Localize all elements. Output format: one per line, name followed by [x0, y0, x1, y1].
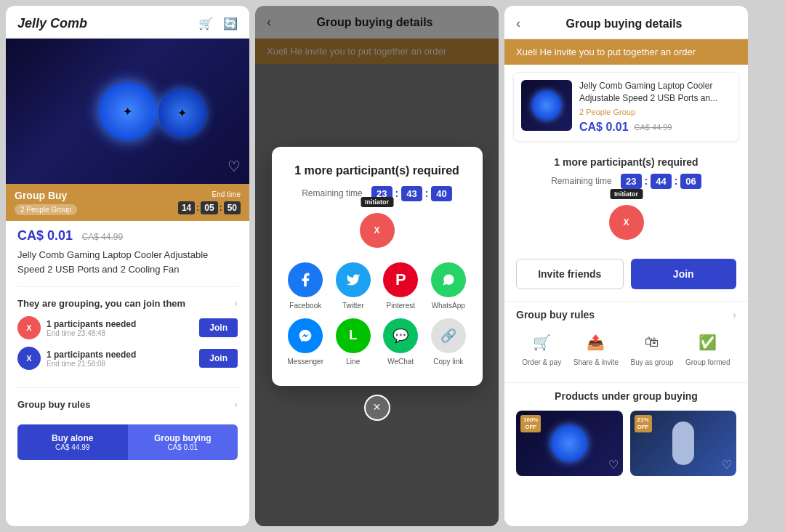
avatar-2: X [17, 347, 41, 370]
heart-icon[interactable]: ♡ [228, 158, 241, 175]
group-formed-label: Group formed [685, 358, 730, 366]
screen1-header-icons: 🛒 🔄 [198, 17, 238, 31]
facebook-label: Facebook [289, 302, 321, 310]
screen3-current-price: CA$ 0.01 [579, 121, 629, 134]
share-invite-icon: 📤 [583, 329, 609, 355]
rules-chevron[interactable]: › [234, 398, 238, 410]
screen1-price-section: CA$ 0.01 CA$ 44.99 [6, 221, 249, 248]
invite-friends-button[interactable]: Invite friends [516, 259, 624, 289]
share-item-wechat[interactable]: 💬 WeChat [382, 318, 421, 366]
modal-wrapper: 1 more participant(s) required Remaining… [272, 147, 483, 386]
participant-section: 1 more participant(s) required Remaining… [504, 149, 748, 259]
share-item-line[interactable]: L Line [334, 318, 373, 366]
screen3-initiator-row: Initiator X [516, 198, 736, 240]
screen1-group-bar: Group Buy 2 People Group End time 14 : 0… [6, 184, 249, 221]
group-item-2-endtime: End time 21:58:08 [47, 360, 193, 368]
modal-colon2: : [425, 188, 429, 199]
pinterest-icon: P [383, 262, 418, 297]
screen1-logo: Jelly Comb [17, 16, 87, 31]
off-badge-2: 21% OFF [635, 415, 652, 433]
share-grid: Facebook Twitter P Pinterest [286, 262, 468, 366]
screen1-header: Jelly Comb 🛒 🔄 [6, 6, 249, 39]
screen3-colon1: : [645, 175, 648, 187]
off-badge-1: 100% OFF [520, 415, 541, 433]
messenger-icon [288, 318, 323, 353]
facebook-icon [288, 262, 323, 297]
modal-colon1: : [395, 188, 399, 199]
screen3-old-price: CA$ 44.99 [635, 123, 672, 132]
heart-icon-2[interactable]: ♡ [722, 458, 732, 472]
rules-section: Group buy rules › [6, 391, 249, 417]
order-pay-icon: 🛒 [528, 329, 555, 355]
timer-sep1: : [196, 203, 199, 213]
pinterest-label: Pinterest [387, 302, 415, 310]
avatar-1: X [17, 316, 41, 339]
rule-share-invite: 📤 Share & invite [573, 329, 619, 366]
timer-hours: 14 [178, 201, 195, 214]
product-thumb-shape2 [672, 422, 694, 465]
screen3-timer-m: 44 [651, 174, 671, 189]
product-fan-mini [532, 91, 561, 120]
share-item-whatsapp[interactable]: WhatsApp [429, 262, 468, 310]
modal-close-button[interactable]: × [364, 395, 390, 421]
screen3-product-image [521, 80, 572, 131]
buy-as-group-label: Buy as group [631, 358, 674, 366]
grouping-chevron[interactable]: › [234, 297, 238, 309]
buy-group-button[interactable]: Group buying CA$ 0.01 [128, 424, 238, 460]
products-under-group-title: Products under group buying [516, 390, 736, 402]
join-group-button[interactable]: Join [631, 259, 737, 289]
cart-icon[interactable]: 🛒 [198, 17, 213, 31]
screen1-product-image: ✦ ✦ ♡ [6, 39, 249, 184]
refresh-icon[interactable]: 🔄 [223, 17, 238, 31]
rule-order-pay: 🛒 Order & pay [522, 329, 561, 366]
people-group-badge: 2 People Group [15, 204, 77, 215]
divider1 [17, 286, 238, 287]
twitter-icon [336, 262, 371, 297]
group-item-1-endtime: End time 23:48:48 [47, 329, 193, 337]
share-item-facebook[interactable]: Facebook [286, 262, 326, 310]
screen1-product-title: Jelly Comb Gaming Laptop Cooler Adjustab… [6, 248, 249, 283]
share-item-pinterest[interactable]: P Pinterest [382, 262, 421, 310]
screen3-back-icon[interactable]: ‹ [516, 16, 520, 31]
group-info-1: 1 participants needed End time 23:48:48 [47, 319, 193, 337]
group-timer-section: End time 14 : 05 : 50 [178, 190, 241, 214]
screen3-product-info: Jelly Comb Gaming Laptop Cooler Adjustab… [579, 80, 731, 134]
line-icon: L [336, 318, 371, 353]
rule-buy-as-group: 🛍 Buy as group [631, 329, 674, 366]
countdown-timer: 14 : 05 : 50 [178, 201, 241, 214]
end-time-label: End time [178, 190, 241, 198]
screen3-initiator-label: Initiator [610, 189, 643, 199]
buy-alone-button[interactable]: Buy alone CA$ 44.99 [17, 424, 128, 460]
product-thumb-2[interactable]: 21% OFF ♡ [630, 411, 737, 476]
product-thumb-fan1 [551, 425, 587, 462]
group-item-2: X 1 participants needed End time 21:58:0… [17, 347, 238, 370]
screen1-panel: Jelly Comb 🛒 🔄 ✦ ✦ ♡ Group Buy 2 People … [6, 6, 249, 526]
old-price: CA$ 44.99 [82, 232, 124, 242]
screen3-timer-h: 23 [621, 174, 641, 189]
heart-icon-1[interactable]: ♡ [608, 458, 619, 472]
group-buy-info: Group Buy 2 People Group [15, 190, 77, 215]
rules-title: Group buy rules › [17, 398, 238, 410]
share-item-copylink[interactable]: 🔗 Copy link [429, 318, 468, 366]
products-grid: 100% OFF ♡ 21% OFF ♡ [516, 411, 736, 476]
share-item-twitter[interactable]: Twitter [334, 262, 373, 310]
screen3-title: Group buying details [526, 17, 722, 31]
participant-title: 1 more participant(s) required [516, 156, 736, 168]
screen3-rules-chevron[interactable]: › [733, 309, 736, 321]
join-button-1[interactable]: Join [199, 318, 238, 337]
modal-initiator: Initiator X [360, 213, 395, 248]
timer-sep2: : [220, 203, 222, 213]
screen3-timer-label: Remaining time [551, 176, 611, 186]
group-formed-icon: ✅ [695, 329, 721, 355]
screen3-price-row: CA$ 0.01 CA$ 44.99 [579, 121, 731, 134]
group-buy-label: Group Buy [15, 190, 77, 201]
wechat-icon: 💬 [383, 318, 418, 353]
screen2-panel: ‹ Group buying details Xueli He invite y… [255, 6, 499, 526]
screen3-initiator: Initiator X [609, 205, 644, 240]
share-item-messenger[interactable]: Messenger [286, 318, 326, 366]
screen3-rules-title: Group buy rules › [516, 309, 736, 321]
screen3-colon2: : [675, 175, 678, 187]
product-thumb-1[interactable]: 100% OFF ♡ [516, 411, 623, 476]
join-button-2[interactable]: Join [199, 349, 238, 368]
initiator-label: Initiator [361, 197, 393, 207]
